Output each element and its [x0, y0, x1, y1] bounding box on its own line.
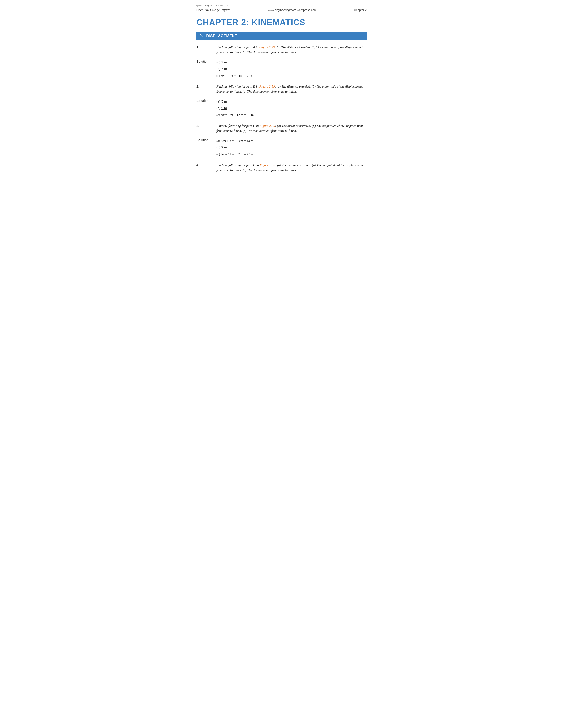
page-header: OpenStax College Physics www.engineering… — [196, 8, 367, 13]
header-left: OpenStax College Physics — [196, 8, 230, 12]
figure-ref-4: Figure 2.59 — [259, 163, 275, 167]
solution-2-part-c: (c) Δx = 7 m − 12 m = −5 m — [216, 112, 367, 118]
solution-3-parts: (a) 8 m + 2 m + 3 m = 13 m (b) 9 m (c) Δ… — [216, 138, 367, 158]
header-left-italic: College Physics — [210, 8, 230, 12]
solution-2-parts: (a) 5 m (b) 5 m (c) Δx = 7 m − 12 m = −5… — [216, 98, 367, 119]
solution-2-part-a: (a) 5 m — [216, 98, 367, 105]
solution-3-part-b: (b) 9 m — [216, 144, 367, 151]
solution-1-part-b: (b) 7 m — [216, 66, 367, 72]
header-center: www.engineeringmath.wordpress.com — [268, 8, 317, 12]
problem-1-number: 1. — [196, 45, 216, 49]
problem-3-text: Find the following for path C in Figure … — [216, 123, 367, 134]
figure-ref-2: Figure 2.59 — [259, 85, 275, 88]
solution-1-part-a: (a) 7 m — [216, 59, 367, 66]
header-right: Chapter 2 — [354, 8, 367, 12]
problem-3-number: 3. — [196, 123, 216, 128]
solution-3-part-a: (a) 8 m + 2 m + 3 m = 13 m — [216, 138, 367, 144]
email-bar: quintan.sa@gmail.com 26 Mar 2018 — [196, 4, 367, 7]
problem-4: 4. Find the following for path D in Figu… — [196, 163, 367, 173]
solution-1-part-c: (c) Δx = 7 m − 0 m = +7 m — [216, 73, 367, 79]
solution-3: Solution (a) 8 m + 2 m + 3 m = 13 m (b) … — [196, 138, 367, 158]
problem-4-text: Find the following for path D in Figure … — [216, 163, 367, 173]
solution-2-label: Solution — [196, 98, 216, 103]
solution-3-label: Solution — [196, 138, 216, 142]
problem-2: 2. Find the following for path B in Figu… — [196, 84, 367, 94]
problem-1: 1. Find the following for path A in Figu… — [196, 45, 367, 55]
solution-1-label: Solution — [196, 59, 216, 63]
problem-1-text: Find the following for path A in Figure … — [216, 45, 367, 55]
solution-2: Solution (a) 5 m (b) 5 m (c) Δx = 7 m − … — [196, 98, 367, 119]
solution-3-part-c: (c) Δx = 11 m − 2 m = +9 m — [216, 151, 367, 158]
chapter-title: CHAPTER 2: KINEMATICS — [196, 18, 367, 27]
problem-3: 3. Find the following for path C in Figu… — [196, 123, 367, 134]
problem-2-number: 2. — [196, 84, 216, 88]
figure-ref-3: Figure 2.59 — [259, 124, 275, 128]
solution-2-part-b: (b) 5 m — [216, 105, 367, 111]
section-header: 2.1 DISPLACEMENT — [196, 32, 367, 40]
solution-1: Solution (a) 7 m (b) 7 m (c) Δx = 7 m − … — [196, 59, 367, 79]
problem-2-text: Find the following for path B in Figure … — [216, 84, 367, 94]
problem-4-number: 4. — [196, 163, 216, 167]
figure-ref-1: Figure 2.59 — [259, 45, 274, 49]
solution-1-parts: (a) 7 m (b) 7 m (c) Δx = 7 m − 0 m = +7 … — [216, 59, 367, 79]
